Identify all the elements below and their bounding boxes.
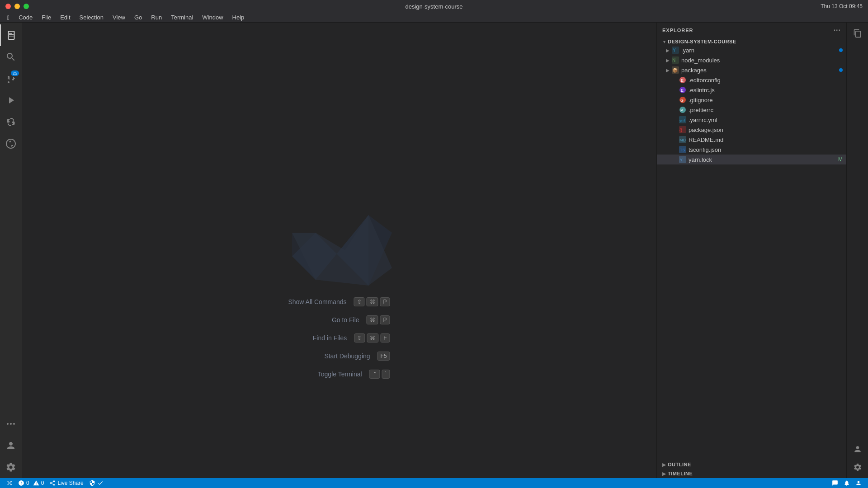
- readme-item[interactable]: ▶ MD README.md: [657, 135, 846, 145]
- outline-section[interactable]: ▶ OUTLINE: [657, 460, 846, 469]
- p-key: P: [380, 297, 390, 306]
- minimize-button[interactable]: [14, 4, 20, 9]
- menubar-right: Thu 13 Oct 09:45: [821, 3, 863, 9]
- packages-modified-badge: [839, 68, 843, 72]
- timeline-section[interactable]: ▶ TIMELINE: [657, 469, 846, 478]
- prettierrc-label: .prettierrc: [689, 107, 846, 113]
- tsconfig-label: tsconfig.json: [689, 146, 846, 153]
- tsconfig-item[interactable]: ▶ TS tsconfig.json: [657, 145, 846, 155]
- tsconfig-icon: TS: [679, 145, 687, 154]
- yarn-modified-badge: [839, 48, 843, 52]
- backtick-key: `: [382, 370, 390, 379]
- cmd-key3: ⌘: [367, 333, 378, 343]
- packages-label: packages: [681, 67, 839, 74]
- gitignore-label: .gitignore: [689, 97, 846, 103]
- menu-run[interactable]: Run: [147, 13, 165, 22]
- settings-activity-icon[interactable]: [0, 456, 22, 478]
- yarn-label: .yarn: [681, 47, 839, 54]
- gitignore-item[interactable]: ▶ G .gitignore: [657, 95, 846, 105]
- eslintrc-icon: E: [679, 86, 687, 94]
- start-debug-keys: F5: [377, 352, 390, 361]
- svg-text:MD: MD: [679, 138, 686, 142]
- more-activity-icon[interactable]: [0, 413, 22, 435]
- search-activity-icon[interactable]: [0, 46, 22, 68]
- show-commands-label: Show All Commands: [288, 298, 346, 305]
- gear-icon[interactable]: [849, 459, 866, 475]
- toggle-terminal-row: Toggle Terminal ⌃ `: [288, 370, 390, 379]
- cmd-key: ⌘: [367, 297, 378, 306]
- live-share-label: Live Share: [57, 480, 83, 486]
- remote-status-button[interactable]: [4, 478, 15, 488]
- svg-text:Y: Y: [680, 158, 683, 162]
- menu-window[interactable]: Window: [198, 13, 226, 22]
- svg-point-5: [13, 423, 15, 425]
- toggle-terminal-label: Toggle Terminal: [318, 371, 362, 378]
- yarnlock-label: yarn.lock: [689, 156, 838, 163]
- maximize-button[interactable]: [24, 4, 29, 9]
- shift-key: ⇧: [354, 297, 365, 306]
- source-control-activity-icon[interactable]: 25: [0, 68, 22, 89]
- errors-status-button[interactable]: 0 0: [15, 478, 47, 488]
- menu-view[interactable]: View: [109, 13, 129, 22]
- close-button[interactable]: [5, 4, 11, 9]
- timeline-arrow: ▶: [660, 471, 668, 476]
- svg-point-3: [7, 423, 9, 425]
- root-folder-item[interactable]: ▾ DESIGN-SYSTEM-COURSE: [657, 38, 846, 45]
- node-modules-item[interactable]: ▶ N node_modules: [657, 55, 846, 65]
- node-modules-label: node_modules: [681, 57, 846, 64]
- find-files-row: Find in Files ⇧ ⌘ F: [288, 333, 390, 343]
- datetime: Thu 13 Oct 09:45: [821, 3, 863, 9]
- yarn-arrow: ▶: [664, 48, 671, 53]
- run-activity-icon[interactable]: [0, 89, 22, 111]
- right-sidebar-icons: [846, 23, 868, 478]
- source-control-badge: 25: [11, 70, 19, 76]
- packagejson-item[interactable]: ▶ {} package.json: [657, 125, 846, 135]
- gitignore-icon: G: [679, 96, 687, 104]
- menu-selection[interactable]: Selection: [76, 13, 107, 22]
- activity-bar: 25: [0, 23, 22, 478]
- live-share-status-button[interactable]: Live Share: [47, 478, 86, 488]
- yarnrc-item[interactable]: ▶ yml .yarnrc.yml: [657, 115, 846, 125]
- menu-code[interactable]: Code: [15, 13, 36, 22]
- copy-icon[interactable]: [849, 25, 866, 42]
- packages-item[interactable]: ▶ 📦 packages: [657, 65, 846, 75]
- yarnlock-item[interactable]: ▶ Y yarn.lock M: [657, 155, 846, 164]
- p-key2: P: [380, 315, 390, 324]
- menu-help[interactable]: Help: [229, 13, 248, 22]
- svg-text:📦: 📦: [672, 67, 678, 73]
- svg-text:E: E: [681, 78, 684, 83]
- broadcast-status[interactable]: [829, 478, 841, 488]
- menu-terminal[interactable]: Terminal: [167, 13, 197, 22]
- notification-status[interactable]: [841, 478, 853, 488]
- shield-status-button[interactable]: [86, 478, 106, 488]
- eslintrc-label: .eslintrc.js: [689, 87, 846, 94]
- account-activity-icon[interactable]: [0, 435, 22, 456]
- menu-go[interactable]: Go: [131, 13, 146, 22]
- user-profile-icon[interactable]: [849, 441, 866, 457]
- yarn-folder-item[interactable]: ▶ Y .yarn: [657, 45, 846, 55]
- remote-activity-icon[interactable]: [0, 133, 22, 155]
- outline-arrow: ▶: [660, 462, 668, 467]
- eslintrc-item[interactable]: ▶ E .eslintrc.js: [657, 85, 846, 95]
- packagejson-icon: {}: [679, 126, 687, 134]
- explorer-more-button[interactable]: ···: [834, 26, 841, 34]
- node-modules-arrow: ▶: [664, 58, 671, 63]
- svg-rect-0: [9, 33, 12, 34]
- go-to-file-row: Go to File ⌘ P: [288, 315, 390, 324]
- menu-file[interactable]: File: [38, 13, 55, 22]
- prettierrc-item[interactable]: ▶ P .prettierrc: [657, 105, 846, 115]
- yarnlock-icon: Y: [679, 155, 687, 164]
- packages-icon: 📦: [671, 66, 679, 74]
- explorer-activity-icon[interactable]: [0, 24, 22, 46]
- menu-edit[interactable]: Edit: [57, 13, 74, 22]
- node-modules-icon: N: [671, 56, 679, 64]
- account-status-icon[interactable]: [853, 478, 864, 488]
- extensions-activity-icon[interactable]: [0, 111, 22, 133]
- main-area: 25: [0, 23, 868, 478]
- editorconfig-item[interactable]: ▶ E .editorconfig: [657, 75, 846, 85]
- file-tree: ▾ DESIGN-SYSTEM-COURSE ▶ Y .yarn ▶ N: [657, 38, 846, 460]
- apple-menu[interactable]: : [4, 13, 13, 22]
- yarnlock-modified-indicator: M: [838, 156, 843, 163]
- svg-rect-1: [9, 34, 14, 35]
- packages-arrow: ▶: [664, 68, 671, 73]
